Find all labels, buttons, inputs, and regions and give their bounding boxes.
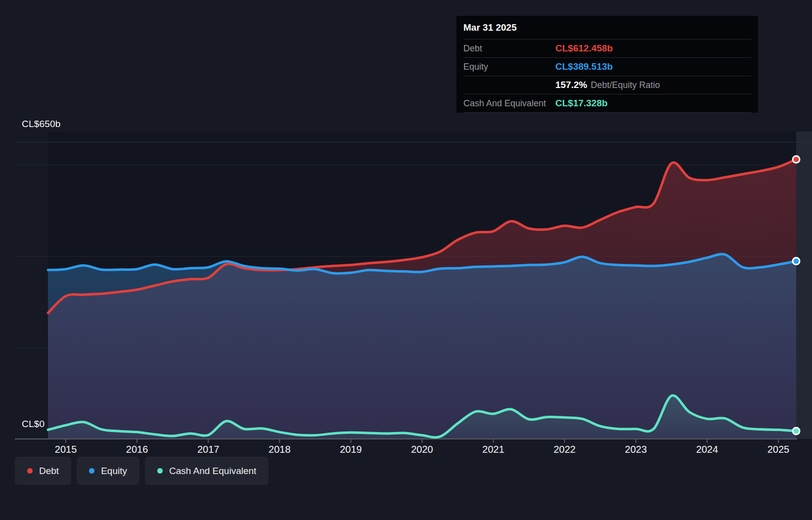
tooltip-equity-label: Equity [463,62,555,72]
tooltip-date: Mar 31 2025 [463,16,751,39]
legend-label: Debt [39,466,59,477]
legend-item-cash-and-equivalent[interactable]: Cash And Equivalent [145,457,269,485]
legend-dot-icon [27,468,33,474]
y-axis-label-max: CL$650b [22,119,61,130]
cash-and-equivalent-end-marker[interactable] [793,428,800,434]
x-axis-label-2021: 2021 [482,444,504,455]
x-axis-label-2025: 2025 [767,444,790,455]
x-axis-label-2024: 2024 [696,444,719,455]
x-axis-label-2017: 2017 [197,444,220,455]
legend: DebtEquityCash And Equivalent [15,457,269,485]
x-axis-label-2018: 2018 [269,444,291,455]
legend-label: Equity [101,466,127,477]
equity-end-marker[interactable] [793,258,800,264]
tooltip-cash-label: Cash And Equivalent [463,98,555,109]
plot-right-margin-band [796,131,812,439]
legend-item-equity[interactable]: Equity [77,457,139,485]
y-axis-label-zero: CL$0 [22,419,45,430]
tooltip-equity-value: CL$389.513b [555,61,613,72]
tooltip-row-equity: Equity CL$389.513b [463,57,751,76]
legend-dot-icon [157,468,163,474]
x-axis-label-2016: 2016 [126,444,148,455]
x-axis-label-2023: 2023 [625,444,647,455]
tooltip-row-ratio: 157.2% Debt/Equity Ratio [463,76,751,94]
legend-dot-icon [89,468,94,474]
x-axis-label-2015: 2015 [55,444,77,455]
tooltip-cash-value: CL$17.328b [555,98,608,109]
x-axis-label-2020: 2020 [411,444,433,455]
legend-item-debt[interactable]: Debt [15,457,71,485]
tooltip-debt-value: CL$612.458b [555,43,613,54]
debt-end-marker[interactable] [793,156,800,163]
tooltip-ratio-label: Debt/Equity Ratio [590,80,660,90]
tooltip-row-cash: Cash And Equivalent CL$17.328b [463,94,751,113]
tooltip-debt-label: Debt [463,43,555,54]
x-axis-label-2022: 2022 [553,444,576,455]
legend-label: Cash And Equivalent [169,466,256,477]
tooltip-row-debt: Debt CL$612.458b [463,39,751,57]
tooltip: Mar 31 2025 Debt CL$612.458b Equity CL$3… [456,16,758,113]
x-axis-label-2019: 2019 [340,444,362,455]
tooltip-ratio-value: 157.2% [555,80,587,90]
